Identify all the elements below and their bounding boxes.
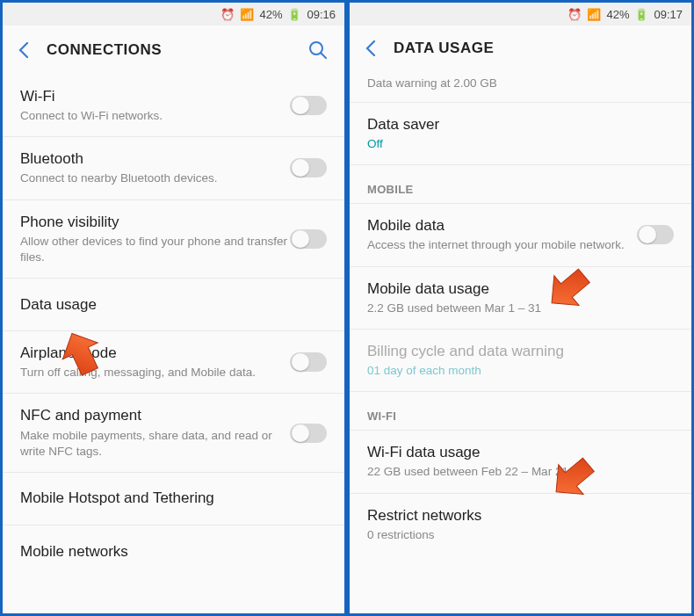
row-title: Bluetooth xyxy=(20,149,290,169)
alarm-icon: ⏰ xyxy=(567,8,582,21)
wifi-toggle[interactable] xyxy=(290,96,327,115)
settings-list: Wi-Fi Connect to Wi-Fi networks. Bluetoo… xyxy=(3,75,344,613)
row-subtitle: 22 GB used between Feb 22 – Mar 21 xyxy=(367,464,674,480)
row-subtitle: Allow other devices to find your phone a… xyxy=(20,234,290,265)
screen-connections: ⏰ 📶 42% 🔋 09:16 CONNECTIONS Wi-Fi Connec… xyxy=(3,3,344,613)
row-title: Mobile networks xyxy=(20,542,327,562)
row-wifi-data-usage[interactable]: Wi-Fi data usage 22 GB used between Feb … xyxy=(350,431,691,493)
status-bar: ⏰ 📶 42% 🔋 09:17 xyxy=(350,3,691,25)
row-restrict-networks[interactable]: Restrict networks 0 restrictions xyxy=(350,494,691,555)
nfc-toggle[interactable] xyxy=(290,424,327,443)
bluetooth-toggle[interactable] xyxy=(290,158,327,178)
row-mobile-data[interactable]: Mobile data Access the internet through … xyxy=(350,204,691,266)
row-mobile-data-usage[interactable]: Mobile data usage 2.2 GB used between Ma… xyxy=(350,267,691,330)
signal-icon: 📶 xyxy=(240,8,254,21)
row-data-usage[interactable]: Data usage xyxy=(3,279,344,331)
section-mobile: MOBILE xyxy=(350,165,691,204)
back-icon[interactable] xyxy=(13,40,34,61)
row-title: Mobile data usage xyxy=(367,279,674,299)
row-subtitle: Connect to Wi-Fi networks. xyxy=(20,108,290,124)
row-title: Wi-Fi xyxy=(20,87,290,106)
row-title: Mobile Hotspot and Tethering xyxy=(20,489,327,508)
row-title: Restrict networks xyxy=(367,506,674,525)
battery-pct: 42% xyxy=(259,8,282,21)
page-title: CONNECTIONS xyxy=(47,41,306,59)
alarm-icon: ⏰ xyxy=(220,8,235,21)
signal-icon: 📶 xyxy=(587,8,601,21)
clock-time: 09:16 xyxy=(307,8,336,21)
screen-data-usage: ⏰ 📶 42% 🔋 09:17 DATA USAGE Data warning … xyxy=(350,3,691,613)
row-phone-visibility[interactable]: Phone visibility Allow other devices to … xyxy=(3,200,344,279)
status-bar: ⏰ 📶 42% 🔋 09:16 xyxy=(3,3,344,25)
row-subtitle: Off xyxy=(367,136,674,152)
row-title: Wi-Fi data usage xyxy=(367,443,674,462)
row-subtitle: 01 day of each month xyxy=(367,363,674,379)
row-bluetooth[interactable]: Bluetooth Connect to nearby Bluetooth de… xyxy=(3,137,344,199)
row-subtitle: 0 restrictions xyxy=(367,527,674,543)
airplane-toggle[interactable] xyxy=(290,352,327,372)
clock-time: 09:17 xyxy=(654,8,683,21)
row-title: NFC and payment xyxy=(20,406,290,425)
row-mobile-networks[interactable]: Mobile networks xyxy=(3,525,344,578)
row-data-saver[interactable]: Data saver Off xyxy=(350,103,691,165)
battery-icon: 🔋 xyxy=(287,8,301,21)
row-title: Airplane mode xyxy=(20,344,290,363)
row-subtitle: Make mobile payments, share data, and re… xyxy=(20,428,290,460)
row-hotspot-tethering[interactable]: Mobile Hotspot and Tethering xyxy=(3,473,344,525)
row-title: Data usage xyxy=(20,295,327,315)
row-subtitle: Connect to nearby Bluetooth devices. xyxy=(20,170,290,186)
search-icon[interactable] xyxy=(306,38,330,62)
header: DATA USAGE xyxy=(350,25,691,71)
row-subtitle: Turn off calling, messaging, and Mobile … xyxy=(20,365,290,380)
back-icon[interactable] xyxy=(360,38,381,59)
row-subtitle: Access the internet through your mobile … xyxy=(367,237,637,253)
row-title: Phone visibility xyxy=(20,213,290,232)
row-subtitle: 2.2 GB used between Mar 1 – 31 xyxy=(367,301,674,316)
battery-icon: 🔋 xyxy=(634,8,648,21)
header: CONNECTIONS xyxy=(3,25,344,75)
row-title: Billing cycle and data warning xyxy=(367,342,674,361)
data-usage-list: Data warning at 2.00 GB Data saver Off M… xyxy=(350,71,691,613)
mobile-data-toggle[interactable] xyxy=(637,225,674,244)
page-title: DATA USAGE xyxy=(394,40,677,57)
row-title: Mobile data xyxy=(367,216,637,236)
row-wifi[interactable]: Wi-Fi Connect to Wi-Fi networks. xyxy=(3,75,344,137)
row-airplane-mode[interactable]: Airplane mode Turn off calling, messagin… xyxy=(3,331,344,394)
row-nfc-payment[interactable]: NFC and payment Make mobile payments, sh… xyxy=(3,394,344,473)
row-billing-cycle[interactable]: Billing cycle and data warning 01 day of… xyxy=(350,330,691,392)
section-wifi: WI-FI xyxy=(350,392,691,431)
row-title: Data saver xyxy=(367,115,674,134)
battery-pct: 42% xyxy=(606,8,629,21)
data-warning-text: Data warning at 2.00 GB xyxy=(350,71,691,103)
phone-visibility-toggle[interactable] xyxy=(290,229,327,249)
